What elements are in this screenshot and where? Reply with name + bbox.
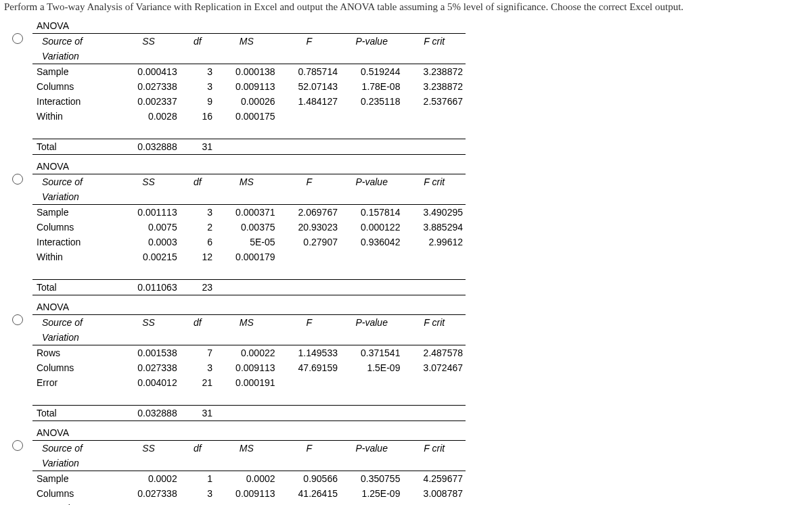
header-df: df [180, 174, 215, 190]
cell-fc [403, 375, 466, 390]
header-p-value: P-value [340, 441, 403, 456]
cell-p: 1.25E-09 [340, 486, 403, 501]
header-variation: Variation [32, 330, 117, 345]
header-source: Source of [32, 34, 117, 49]
header-variation: Variation [32, 49, 117, 64]
cell-ms: 5E-05 [215, 235, 277, 249]
cell-df: 16 [180, 109, 215, 124]
cell-df: 6 [180, 235, 215, 249]
header-ms: MS [215, 34, 277, 49]
cell-ss: 0.027338 [117, 360, 179, 375]
header-f: F [278, 315, 340, 331]
header-ms: MS [215, 441, 277, 456]
cell-ss: 0.002337 [117, 94, 179, 109]
cell-f: 0.785714 [278, 64, 340, 80]
cell-empty [215, 139, 277, 155]
cell-ss: 0.0028 [117, 109, 179, 124]
cell-empty [278, 280, 340, 295]
cell-ms: 0.009113 [215, 360, 277, 375]
cell-df: 2 [180, 220, 215, 235]
total-ss: 0.032888 [117, 139, 179, 155]
row-label: Within [32, 249, 117, 264]
cell-ms: 0.00375 [215, 220, 277, 235]
anova-title: ANOVA [32, 18, 466, 34]
cell-f: 20.93023 [278, 220, 340, 235]
data-row: Interaction0.000365E-050.279070.9360422.… [32, 235, 466, 249]
row-label: Sample [32, 471, 117, 487]
cell-ss: 0.0075 [117, 220, 179, 235]
total-label: Total [32, 139, 117, 155]
option-3: ANOVASource ofSSdfMSFP-valueF critVariat… [12, 299, 812, 421]
radio-option-4[interactable] [12, 440, 23, 451]
total-ss: 0.032888 [117, 406, 179, 421]
cell-ms: 0.000179 [215, 249, 277, 264]
data-row: Rows0.00153870.000221.1495330.3715412.48… [32, 345, 466, 361]
row-label: Within [32, 109, 117, 124]
row-label: Error [32, 375, 117, 390]
cell-f: 2.069767 [278, 205, 340, 220]
cell-f: 0.90566 [278, 471, 340, 487]
option-1: ANOVASource ofSSdfMSFP-valueF critVariat… [12, 18, 812, 155]
header-ss: SS [117, 441, 179, 456]
cell-ms: 0.000371 [215, 205, 277, 220]
header-f-crit: F crit [403, 174, 466, 190]
header-source: Source of [32, 441, 117, 456]
header-p-value: P-value [340, 34, 403, 49]
radio-option-3[interactable] [12, 314, 23, 325]
header-ss: SS [117, 34, 179, 49]
cell-p [340, 109, 403, 124]
header-df: df [180, 34, 215, 49]
cell-empty [340, 139, 403, 155]
cell-fc: 2.537667 [403, 94, 466, 109]
header-f-crit: F crit [403, 315, 466, 331]
cell-ss: 0.027338 [117, 486, 179, 501]
data-row: Within0.0028160.000175 [32, 109, 466, 124]
cell-p: 0.000122 [340, 220, 403, 235]
cell-f [278, 249, 340, 264]
data-row: Columns0.02733830.00911347.691591.5E-093… [32, 360, 466, 375]
cell-df: 3 [180, 501, 215, 505]
anova-table-4: ANOVASource ofSSdfMSFP-valueF critVariat… [32, 425, 466, 505]
option-4: ANOVASource ofSSdfMSFP-valueF critVariat… [12, 425, 812, 505]
cell-p: 0.371541 [340, 345, 403, 361]
row-label: Interaction [32, 235, 117, 249]
option-2: ANOVASource ofSSdfMSFP-valueF critVariat… [12, 159, 812, 295]
cell-ms: 1.67E-05 [215, 501, 277, 505]
data-row: Columns0.02733830.00911341.264151.25E-09… [32, 486, 466, 501]
cell-p [340, 375, 403, 390]
cell-f: 52.07143 [278, 79, 340, 94]
header-df: df [180, 315, 215, 331]
row-label: Rows [32, 345, 117, 361]
header-f: F [278, 174, 340, 190]
anova-title: ANOVA [32, 299, 466, 315]
header-ms: MS [215, 315, 277, 331]
radio-option-1[interactable] [12, 33, 23, 44]
total-row: Total0.01106323 [32, 280, 466, 295]
row-label: Columns [32, 79, 117, 94]
cell-fc: 3.072467 [403, 360, 466, 375]
radio-option-2[interactable] [12, 174, 23, 185]
header-ms: MS [215, 174, 277, 190]
cell-f: 0.27907 [278, 235, 340, 249]
total-label: Total [32, 280, 117, 295]
cell-df: 9 [180, 94, 215, 109]
question-instruction: Perform a Two-way Analysis of Variance w… [0, 0, 812, 18]
cell-df: 7 [180, 345, 215, 361]
cell-f: 1.484127 [278, 94, 340, 109]
cell-ss: 0.000413 [117, 64, 179, 80]
cell-p [340, 249, 403, 264]
header-f: F [278, 441, 340, 456]
data-row: Interaction0.00233790.000261.4841270.235… [32, 94, 466, 109]
header-f: F [278, 34, 340, 49]
cell-ms: 0.009113 [215, 79, 277, 94]
total-df: 31 [180, 406, 215, 421]
cell-empty [340, 280, 403, 295]
cell-f [278, 375, 340, 390]
row-label: Columns [32, 360, 117, 375]
anova-title: ANOVA [32, 159, 466, 174]
cell-p: 0.519244 [340, 64, 403, 80]
cell-fc: 3.490295 [403, 205, 466, 220]
row-label: Columns [32, 486, 117, 501]
header-f-crit: F crit [403, 441, 466, 456]
cell-df: 3 [180, 64, 215, 80]
